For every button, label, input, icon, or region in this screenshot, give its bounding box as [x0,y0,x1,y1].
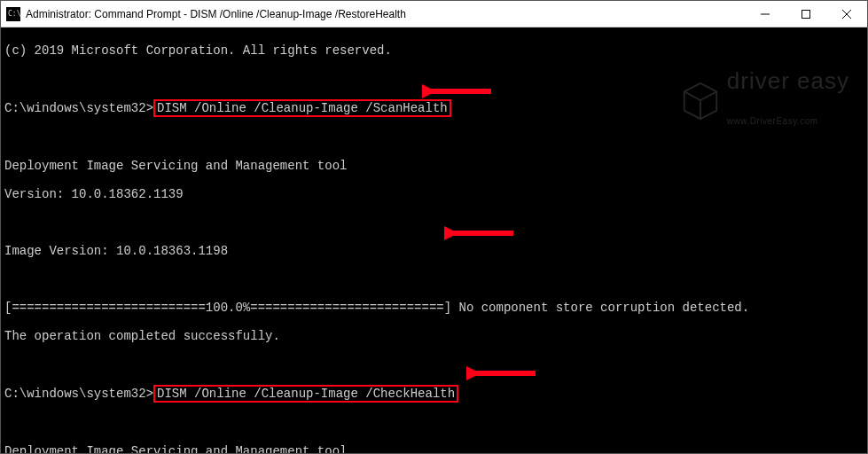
titlebar[interactable]: C:\ Administrator: Command Prompt - DISM… [1,1,867,27]
command-line-2: C:\windows\system32>DISM /Online /Cleanu… [4,386,864,402]
highlighted-command-scanhealth: DISM /Online /Cleanup-Image /ScanHealth [153,99,451,117]
terminal-line: Image Version: 10.0.18363.1198 [4,244,864,258]
annotation-arrow-2 [444,193,515,273]
cmd-icon: C:\ [6,7,20,21]
prompt-text: C:\windows\system32> [4,387,153,401]
terminal-line: [==========================100.0%=======… [4,301,864,315]
terminal-line: Deployment Image Servicing and Managemen… [4,444,864,453]
terminal-line: (c) 2019 Microsoft Corporation. All righ… [4,43,864,58]
svg-rect-3 [802,10,810,18]
command-line-1: C:\windows\system32>DISM /Online /Cleanu… [4,100,864,116]
terminal-line: Deployment Image Servicing and Managemen… [4,159,864,173]
svg-text:C:\: C:\ [8,10,20,18]
terminal-output[interactable]: (c) 2019 Microsoft Corporation. All righ… [1,27,867,453]
window-controls [745,1,867,27]
terminal-line: The operation completed successfully. [4,329,864,343]
annotation-arrow-3 [466,333,537,413]
command-prompt-window: C:\ Administrator: Command Prompt - DISM… [0,0,868,454]
watermark-url: www.DriverEasy.com [727,114,849,129]
terminal-line: Version: 10.0.18362.1139 [4,187,864,201]
maximize-button[interactable] [786,1,826,27]
annotation-arrow-1 [422,51,493,131]
prompt-text: C:\windows\system32> [4,101,153,115]
window-title: Administrator: Command Prompt - DISM /On… [26,8,406,20]
minimize-button[interactable] [745,1,786,27]
highlighted-command-checkhealth: DISM /Online /Cleanup-Image /CheckHealth [153,385,458,403]
close-button[interactable] [826,1,867,27]
